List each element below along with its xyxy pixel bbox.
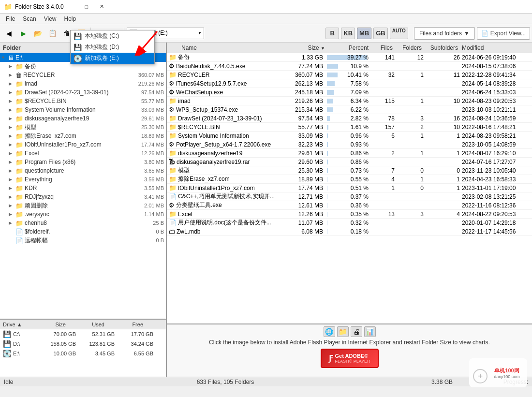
- menu-file[interactable]: File: [2, 15, 19, 23]
- file-row[interactable]: ⚙ iTunes64Setup12.9.5.7.exe 262.13 MB 7.…: [167, 79, 532, 88]
- drive-option-c[interactable]: 💾 本地磁盘 (C:): [71, 30, 154, 42]
- file-row[interactable]: ⚙ WPS_Setup_15374.exe 215.34 MB 6.22 % 2…: [167, 105, 532, 114]
- file-row[interactable]: ⚙ WeChatSetup.exe 245.18 MB 7.09 % 2024-…: [167, 88, 532, 97]
- tree-item-qp[interactable]: ▶ 📁 questionpicture 3.65 MB: [0, 166, 166, 175]
- export-view-button[interactable]: 📄 Export View...: [477, 27, 530, 40]
- tree-item-verysync[interactable]: ▶ 📁 .verysync 1.14 MB: [0, 210, 166, 219]
- tree-item-remote[interactable]: ▶ 📄 远程帐幅 0 B: [0, 236, 166, 245]
- expand-recycler[interactable]: ▶: [9, 73, 15, 77]
- chart-icon-chart[interactable]: 📊: [364, 326, 376, 337]
- tree-item-stubborn[interactable]: ▶ 📁 顽固删除 2.01 MB: [0, 201, 166, 210]
- drive-row-d[interactable]: 💾 D:\ 158.05 GB 123.81 GB 34.24 GB: [0, 339, 166, 349]
- expand-kdr[interactable]: ▶: [9, 186, 15, 191]
- file-row[interactable]: 📄 C&C++,巧用单元测试新技术,实现开... 12.71 MB 0.37 %…: [167, 192, 532, 201]
- expand-model[interactable]: ▶: [9, 125, 15, 130]
- file-row[interactable]: 📁 模型 25.30 MB 0.73 % 7 0 0 2023-11-23 10…: [167, 166, 532, 175]
- tree-item-recycle-bin[interactable]: ▶ 📁 $RECYCLE.BIN 55.77 MB: [0, 97, 166, 105]
- file-row[interactable]: ⚙ 分类壁纸工具.exe 12.61 MB 0.36 % 2022-11-16 …: [167, 201, 532, 210]
- size-b-button[interactable]: B: [325, 28, 339, 39]
- tree-item-disk19[interactable]: ▶ 📁 diskusageanalyzerfree19 29.61 MB: [0, 114, 166, 123]
- tree-item-imad[interactable]: ▶ 📁 imad 219.26 MB: [0, 79, 166, 88]
- file-row[interactable]: 📁 擦除Erase_xz7.com 18.89 MB 0.55 % 4 1 1 …: [167, 175, 532, 184]
- expand-stubborn[interactable]: ▶: [9, 203, 15, 208]
- chart-icon-web[interactable]: 🌐: [324, 326, 335, 337]
- tree-item-model[interactable]: ▶ 📁 模型 25.30 MB: [0, 123, 166, 132]
- tree-view[interactable]: ▼ 🖥 E:\ ▶ 📁 备份 ▶ 🗑 RECYCLER 360.07 MB ▶ …: [0, 53, 166, 319]
- back-button[interactable]: ◀: [2, 27, 15, 40]
- tree-item-excel[interactable]: ▶ 📁 Excel 12.26 MB: [0, 149, 166, 158]
- file-row[interactable]: 📄 用户使用说明.doc(这个是备份文件... 11.07 MB 0.32 % …: [167, 219, 532, 227]
- drive-option-e[interactable]: 💽 新加载卷 (E:): [71, 53, 154, 64]
- expand-verysync[interactable]: ▶: [9, 212, 15, 217]
- tree-item-rdj[interactable]: ▶ 📁 RDJjfzyxzq 3.41 MB: [0, 192, 166, 201]
- drive-row-c[interactable]: 💾 C:\ 70.00 GB 52.31 GB 17.70 GB: [0, 329, 166, 339]
- scan-button[interactable]: ▶: [16, 27, 30, 40]
- expand-recycle-bin[interactable]: ▶: [9, 99, 15, 103]
- minimize-button[interactable]: ─: [64, 2, 78, 12]
- size-kb-button[interactable]: KB: [341, 28, 355, 39]
- menu-view[interactable]: View: [40, 15, 60, 23]
- size-gb-button[interactable]: GB: [373, 28, 388, 39]
- expand-imad[interactable]: ▶: [9, 81, 15, 86]
- file-row[interactable]: 📁 diskusageanalyzerfree19 29.61 MB 0.86 …: [167, 149, 532, 158]
- col-name[interactable]: Name: [179, 44, 283, 51]
- flash-player-button[interactable]: Ƒ Get ADOBE® FLASH® PLAYER: [321, 349, 379, 368]
- drive-col-size-header[interactable]: Size: [27, 322, 66, 327]
- tree-item-everything[interactable]: ▶ 📁 Everything 3.56 MB: [0, 175, 166, 184]
- copy-button[interactable]: 📋: [45, 27, 59, 40]
- col-subfolders[interactable]: Subfolders: [424, 44, 460, 51]
- file-row[interactable]: 📁 备份 1.33 GB 39.27 % 141 12 26 2024-06-2…: [167, 53, 532, 62]
- size-mb-button[interactable]: MB: [357, 28, 371, 39]
- file-row[interactable]: 📁 System Volume Information 33.09 MB 0.9…: [167, 132, 532, 140]
- expand-backup[interactable]: ▶: [9, 64, 15, 69]
- expand-svi[interactable]: ▶: [9, 107, 15, 112]
- col-modified[interactable]: Modified: [460, 44, 530, 51]
- expand-disk19[interactable]: ▶: [9, 116, 15, 121]
- expand-qp[interactable]: ▶: [9, 168, 15, 173]
- file-row[interactable]: ⚙ BaiduNetdisk_7.44.0.5.exe 77.24 MB 10.…: [167, 62, 532, 71]
- tree-item-pf[interactable]: ▶ 📁 Program Files (x86) 3.80 MB: [0, 158, 166, 166]
- drive-option-d[interactable]: 💾 本地磁盘 (D:): [71, 42, 154, 53]
- file-row[interactable]: 📁 imad 219.26 MB 6.34 % 115 1 10 2024-08…: [167, 97, 532, 105]
- expand-root[interactable]: ▼: [1, 55, 8, 60]
- file-row[interactable]: 🗜 diskusageanalyzerfree19.rar 29.60 MB 0…: [167, 158, 532, 166]
- files-folders-button[interactable]: Files and folders ▼: [414, 27, 475, 40]
- open-folder-button[interactable]: 📂: [31, 27, 44, 40]
- col-files[interactable]: Files: [370, 44, 395, 51]
- col-folders[interactable]: Folders: [395, 44, 424, 51]
- tree-item-drawset[interactable]: ▶ 📁 DrawSet (2024-07-23_13-39-01) 97.54 …: [0, 88, 166, 97]
- col-size[interactable]: Size ▼: [283, 44, 327, 51]
- expand-erase[interactable]: ▶: [9, 133, 15, 138]
- file-row[interactable]: 📁 Excel 12.26 MB 0.35 % 13 3 4 2024-08-2…: [167, 210, 532, 219]
- tree-item-iobit[interactable]: ▶ 📁 IObitUninstaller1Pro_xz7.com 17.74 M…: [0, 140, 166, 149]
- expand-chenhu[interactable]: ▶: [9, 221, 15, 225]
- tree-item-erase[interactable]: ▶ 📁 擦除Erase_xz7.com 18.89 MB: [0, 132, 166, 140]
- chart-icon-folder[interactable]: 📁: [337, 326, 349, 337]
- maximize-button[interactable]: □: [79, 2, 94, 12]
- tree-item-chenhu[interactable]: ▶ 📁 chenhu8 25 B: [0, 219, 166, 227]
- file-row[interactable]: 📁 DrawSet (2024-07-23_13-39-01) 97.54 MB…: [167, 114, 532, 123]
- expand-excel[interactable]: ▶: [9, 151, 15, 156]
- menu-scan[interactable]: Scan: [19, 15, 40, 23]
- drive-col-drive-header[interactable]: Drive ▲: [3, 322, 27, 327]
- file-row[interactable]: 🗃 ZwL.mdb 6.08 MB 0.18 % 2022-11-17 14:4…: [167, 227, 532, 236]
- tree-item-svi[interactable]: ▶ 📁 System Volume Information 33.09 MB: [0, 105, 166, 114]
- file-row[interactable]: 📁 $RECYCLE.BIN 55.77 MB 1.61 % 157 2 10 …: [167, 123, 532, 132]
- drive-row-e[interactable]: 💽 E:\ 10.00 GB 3.45 GB 6.55 GB: [0, 349, 166, 358]
- auto-button[interactable]: AUTO: [390, 28, 408, 39]
- expand-rdj[interactable]: ▶: [9, 194, 15, 199]
- tree-item-kdr[interactable]: ▶ 📁 KDR 3.55 MB: [0, 184, 166, 192]
- expand-drawset[interactable]: ▶: [9, 90, 15, 95]
- expand-everything[interactable]: ▶: [9, 177, 15, 182]
- tree-item-recycler[interactable]: ▶ 🗑 RECYCLER 360.07 MB: [0, 71, 166, 79]
- chart-icon-print[interactable]: 🖨: [351, 326, 362, 337]
- file-row[interactable]: 📁 RECYCLER 360.07 MB 10.41 % 32 1 11 202…: [167, 71, 532, 79]
- expand-pf[interactable]: ▶: [9, 160, 15, 164]
- menu-help[interactable]: Help: [60, 15, 80, 23]
- tree-item-folderelf[interactable]: ▶ 📄 $folderelf. 0 B: [0, 227, 166, 236]
- expand-iobit[interactable]: ▶: [9, 142, 15, 147]
- file-list[interactable]: 📁 备份 1.33 GB 39.27 % 141 12 26 2024-06-2…: [167, 53, 532, 323]
- file-row[interactable]: ⚙ PotPlayer_Setup_x64-1.7.22006.exe 32.2…: [167, 140, 532, 149]
- file-row[interactable]: 📁 IObitUninstaller1Pro_xz7.com 17.74 MB …: [167, 184, 532, 192]
- col-percent[interactable]: Percent: [327, 44, 370, 51]
